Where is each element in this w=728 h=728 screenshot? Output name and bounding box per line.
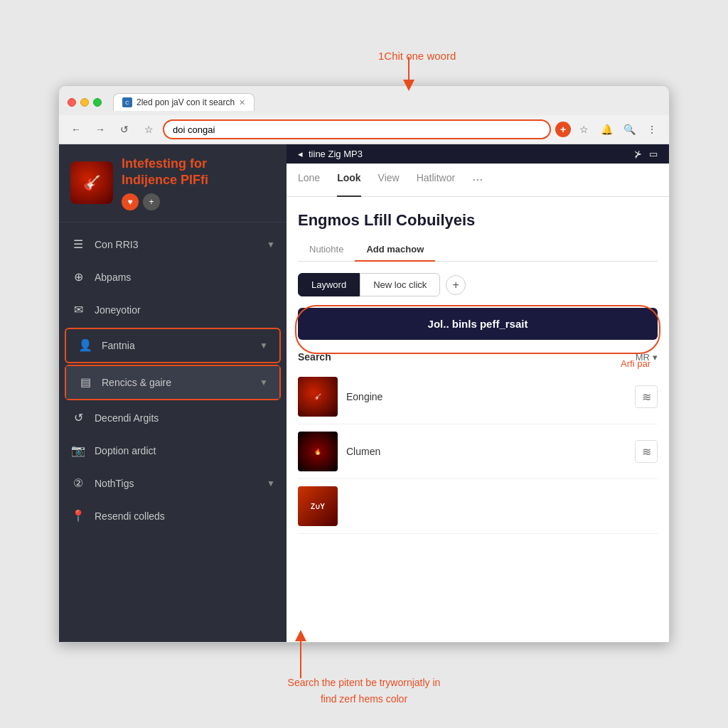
sidebar-item-label: NothTigs <box>95 478 258 489</box>
badge-add[interactable]: + <box>143 193 160 210</box>
sidebar-item-label: Rencics & gaire <box>102 377 251 388</box>
sidebar-item-label: Resendi colleds <box>95 510 275 522</box>
sidebar-item-label: Joneyotior <box>95 304 275 316</box>
sidebar-item-decendi[interactable]: ↺ Decendi Argits <box>59 402 287 434</box>
sidebar-item-label: Con RRI3 <box>95 239 258 250</box>
result-action-btn-2[interactable]: ≋ <box>635 440 658 463</box>
browser-content: 🎸 Intefesting for Indijence PIFfi ♥ + <box>59 144 669 642</box>
sidebar-item-joneyotior[interactable]: ✉ Joneyotior <box>59 294 287 326</box>
tab-hatlitwor[interactable]: Hatlitwor <box>417 164 455 197</box>
media-bar-icons: ⊁ ▭ <box>634 149 658 159</box>
panel-tabs: Lone Look View Hatlitwor ··· <box>287 164 669 197</box>
sidebar-item-rencics[interactable]: ▤ Rencics & gaire ▼ <box>66 366 279 399</box>
sidebar-item-abpams[interactable]: ⊕ Abpams <box>59 261 287 294</box>
media-bar: ◂ tiine Zig MP3 ⊁ ▭ <box>287 144 669 164</box>
panel-main-title: Engmos Lfill Cobuilyeis <box>298 211 658 230</box>
sidebar-item-label: Abpams <box>95 272 275 283</box>
tab-title: 2led pon jaV con it search <box>136 97 235 107</box>
toggle-layword[interactable]: Layword <box>298 273 360 296</box>
subtab-nutiohte[interactable]: Nutiohte <box>298 238 355 262</box>
browser-toolbar: ← → ↺ ☆ + ☆ 🔔 🔍 ⋮ <box>59 115 669 144</box>
media-bluetooth-icon[interactable]: ⊁ <box>634 149 642 159</box>
forward-button[interactable]: → <box>90 119 110 139</box>
sidebar-item-label: Decendi Argits <box>95 412 275 424</box>
sidebar-item-rencics-wrapper: ▤ Rencics & gaire ▼ <box>65 365 281 400</box>
result-action-btn-1[interactable]: ≋ <box>635 385 658 408</box>
back-button[interactable]: ← <box>66 119 86 139</box>
result-thumb-2: 🔥 <box>298 432 338 471</box>
maximize-button[interactable] <box>93 98 102 107</box>
home-button[interactable]: ☆ <box>139 119 159 139</box>
bell-icon[interactable]: 🔔 <box>596 119 616 139</box>
tab-view[interactable]: View <box>378 164 400 197</box>
search-label-text: Search <box>298 351 331 363</box>
toggle-new-loc-click[interactable]: New loc click <box>360 273 440 296</box>
bookmark-icon[interactable]: ☆ <box>574 119 594 139</box>
sidebar-item-conrri3[interactable]: ☰ Con RRI3 ▼ <box>59 228 287 261</box>
sidebar-brand: Intefesting for Indijence PIFfi ♥ + <box>122 156 208 210</box>
tab-favicon: C <box>122 97 132 107</box>
tab-look[interactable]: Look <box>337 164 360 197</box>
sidebar-item-fantnia[interactable]: 👤 Fantnia ▼ <box>66 329 279 362</box>
search-label-bar: Search MR ▾ <box>298 351 658 363</box>
arfi-par-label: Arfi par <box>621 358 651 369</box>
result-thumb-3: Z∪Y <box>298 486 338 526</box>
panel-content: Engmos Lfill Cobuilyeis Nutiohte Add mac… <box>287 197 669 548</box>
sidebar-title: Intefesting for Indijence PIFfi <box>122 156 208 189</box>
sidebar: 🎸 Intefesting for Indijence PIFfi ♥ + <box>59 144 287 642</box>
sidebar-item-doption[interactable]: 📷 Doption ardict <box>59 434 287 467</box>
tab-close-icon[interactable]: ✕ <box>239 98 245 107</box>
media-screen-icon[interactable]: ▭ <box>649 149 658 159</box>
top-annotation: 1Chit one woord <box>378 50 456 62</box>
toggle-plus-button[interactable]: + <box>446 275 466 295</box>
result-name-clumen: Clumen <box>346 446 626 457</box>
bottom-annotation: Search the pitent be trywornjatly in fin… <box>288 675 441 707</box>
media-title: tiine Zig MP3 <box>309 149 363 159</box>
app-logo: 🎸 <box>70 161 113 204</box>
browser-tab[interactable]: C 2led pon jaV con it search ✕ <box>113 93 255 111</box>
action-button[interactable]: Jol.. binls peff_rsait <box>298 308 658 340</box>
sidebar-item-nothtrgs[interactable]: ② NothTigs ▼ <box>59 467 287 500</box>
sidebar-badges: ♥ + <box>122 193 208 210</box>
sidebar-header: 🎸 Intefesting for Indijence PIFfi ♥ + <box>59 144 287 223</box>
chevron-icon: ▼ <box>267 240 275 250</box>
address-input[interactable] <box>163 119 551 139</box>
tab-more[interactable]: ··· <box>472 164 483 197</box>
result-thumb-1: 🎸 <box>298 377 338 417</box>
conrri3-icon: ☰ <box>70 237 86 252</box>
search-icon[interactable]: 🔍 <box>619 119 639 139</box>
menu-icon[interactable]: ⋮ <box>642 119 662 139</box>
fantnia-icon: 👤 <box>77 338 93 353</box>
sidebar-nav: ☰ Con RRI3 ▼ ⊕ Abpams ✉ Joneyotior <box>59 223 287 538</box>
chevron-icon: ▼ <box>259 341 268 350</box>
decendi-icon: ↺ <box>70 410 86 426</box>
browser-titlebar: C 2led pon jaV con it search ✕ <box>59 86 669 115</box>
tab-lone[interactable]: Lone <box>298 164 320 197</box>
nothtrgs-icon: ② <box>70 476 86 491</box>
joneyotior-icon: ✉ <box>70 302 86 318</box>
sidebar-item-label: Fantnia <box>102 340 251 351</box>
badge-notification: ♥ <box>122 193 139 210</box>
toolbar-icons: + ☆ 🔔 🔍 ⋮ <box>555 119 662 139</box>
panel-subtabs: Nutiohte Add machow <box>298 238 658 262</box>
chevron-icon: ▼ <box>267 478 275 488</box>
doption-icon: 📷 <box>70 443 86 459</box>
add-icon[interactable]: + <box>555 122 571 137</box>
minimize-button[interactable] <box>80 98 89 107</box>
close-button[interactable] <box>68 98 76 107</box>
toggle-bar: Layword New loc click + <box>298 273 658 296</box>
sidebar-item-fantnia-wrapper: 👤 Fantnia ▼ <box>65 328 281 363</box>
traffic-lights <box>68 98 102 107</box>
resendi-icon: 📍 <box>70 508 86 524</box>
right-panel: ◂ tiine Zig MP3 ⊁ ▭ Lone Look View Hatli… <box>287 144 669 642</box>
search-result-eongine: 🎸 Eongine ≋ <box>298 370 658 424</box>
sidebar-item-resendi[interactable]: 📍 Resendi colleds <box>59 500 287 532</box>
action-button-wrapper: Jol.. binls peff_rsait <box>298 308 658 351</box>
media-arrow: ◂ <box>298 149 303 159</box>
search-result-clumen: 🔥 Clumen ≋ <box>298 424 658 479</box>
chevron-icon: ▼ <box>259 378 268 387</box>
result-name-eongine: Eongine <box>346 391 626 402</box>
rencics-icon: ▤ <box>77 375 93 390</box>
reload-button[interactable]: ↺ <box>114 119 134 139</box>
subtab-add-machow[interactable]: Add machow <box>355 238 435 262</box>
